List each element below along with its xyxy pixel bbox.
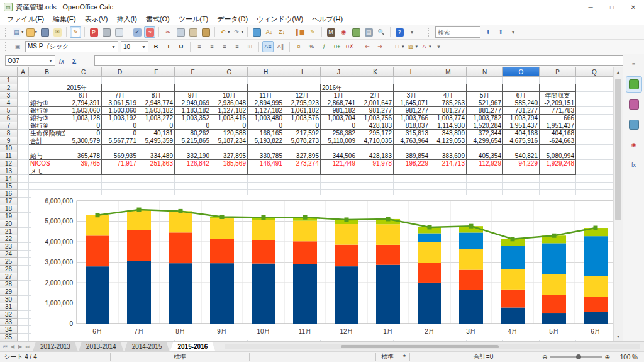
cell-J10[interactable] xyxy=(321,145,357,152)
bold-icon[interactable]: B xyxy=(150,41,162,52)
select-all-corner[interactable] xyxy=(0,67,18,77)
cell-C6[interactable]: 1,003,128 xyxy=(65,115,102,122)
cell-A24[interactable] xyxy=(18,251,29,258)
cell-N15[interactable] xyxy=(467,183,503,190)
cell-O2[interactable] xyxy=(503,84,540,92)
cell-L5[interactable]: 981,277 xyxy=(394,107,430,115)
row-header-1[interactable]: 1 xyxy=(0,77,18,84)
cell-O3[interactable]: 6月 xyxy=(503,92,540,99)
undo-icon[interactable]: ↶▾ xyxy=(218,26,231,38)
export-pdf-icon[interactable]: P xyxy=(88,26,99,38)
cell-B5[interactable]: 銀行② xyxy=(29,107,65,115)
cell-K14[interactable] xyxy=(357,175,394,183)
cell-P6[interactable]: 666 xyxy=(540,115,576,122)
cell-A22[interactable] xyxy=(18,235,29,243)
row-header-23[interactable]: 23 xyxy=(0,243,18,251)
row-header-5[interactable]: 5 xyxy=(0,107,18,115)
menu-item-7[interactable]: ウィンドウ(W) xyxy=(252,14,308,25)
cell-K2[interactable] xyxy=(357,84,394,92)
menu-item-1[interactable]: 編集(E) xyxy=(48,14,80,25)
functions-icon[interactable]: fx xyxy=(626,157,642,173)
cell-N12[interactable]: -112,929 xyxy=(467,160,503,167)
row-header-33[interactable]: 33 xyxy=(0,319,18,326)
zoom-slider[interactable]: ⊖ ⊕ xyxy=(538,352,614,362)
toolbar-options-icon[interactable]: ▾ xyxy=(406,26,418,38)
cell-D2[interactable] xyxy=(102,84,138,92)
cell-P14[interactable] xyxy=(540,175,576,183)
cell-J11[interactable]: 344,506 xyxy=(321,152,357,160)
gallery-icon[interactable] xyxy=(626,116,642,133)
cell-N5[interactable]: 881,277 xyxy=(467,107,503,115)
row-header-10[interactable]: 10 xyxy=(0,145,18,152)
italic-icon[interactable]: I xyxy=(163,41,174,52)
cell-F10[interactable] xyxy=(175,145,211,152)
cell-J12[interactable]: -121,449 xyxy=(321,160,357,167)
cell-A14[interactable] xyxy=(18,175,29,183)
cell-I14[interactable] xyxy=(284,175,321,183)
previous-sheet-icon[interactable]: ◀ xyxy=(9,344,16,349)
cell-G10[interactable] xyxy=(211,145,248,152)
cell-F11[interactable]: 332,190 xyxy=(175,152,211,160)
cell-K12[interactable]: -91,978 xyxy=(357,160,394,167)
cell-Q8[interactable] xyxy=(576,130,613,137)
number-format-currency-icon[interactable]: ¤ xyxy=(293,41,304,52)
cell-B6[interactable]: 銀行③ xyxy=(29,115,65,122)
vertical-scrollbar-thumb[interactable] xyxy=(615,79,621,220)
redo-icon[interactable]: ↷▾ xyxy=(232,26,245,38)
navigator-icon[interactable]: ◉ xyxy=(338,26,349,38)
cell-Q11[interactable] xyxy=(576,152,613,160)
cell-F5[interactable]: 1,183,182 xyxy=(175,107,211,115)
cell-Q6[interactable] xyxy=(576,115,613,122)
gallery-icon[interactable] xyxy=(350,26,362,38)
cell-P10[interactable] xyxy=(540,145,576,152)
cell-D12[interactable]: -71,917 xyxy=(102,160,138,167)
row-header-20[interactable]: 20 xyxy=(0,220,18,228)
maximize-button[interactable]: □ xyxy=(601,0,623,14)
cell-I12[interactable]: -273,274 xyxy=(284,160,321,167)
email-icon[interactable]: ✉ xyxy=(52,26,63,38)
cell-K5[interactable]: 981,277 xyxy=(357,107,394,115)
save-icon[interactable] xyxy=(39,26,50,38)
row-header-22[interactable]: 22 xyxy=(0,235,18,243)
cell-N8[interactable]: 372,344 xyxy=(467,130,503,137)
row-header-3[interactable]: 3 xyxy=(0,92,18,99)
cell-Q3[interactable] xyxy=(576,92,613,99)
cell-O1[interactable] xyxy=(503,77,540,84)
cell-N14[interactable] xyxy=(467,175,503,183)
zoom-thumb[interactable] xyxy=(576,354,581,359)
help-icon[interactable]: ? xyxy=(394,26,405,38)
findbar-grip[interactable] xyxy=(428,28,431,37)
cell-A25[interactable] xyxy=(18,258,29,266)
cell-K7[interactable]: 428,183 xyxy=(357,122,394,130)
cell-D1[interactable] xyxy=(102,77,138,84)
cell-G11[interactable]: 327,895 xyxy=(211,152,248,160)
sort-ascending-icon[interactable]: A↓ xyxy=(264,26,275,38)
cell-B12[interactable]: NICOS xyxy=(29,160,65,167)
font-size-combo[interactable]: 10 ▼ xyxy=(121,41,148,52)
cell-I13[interactable] xyxy=(284,167,321,175)
close-button[interactable]: ✕ xyxy=(623,0,644,14)
row-header-29[interactable]: 29 xyxy=(0,288,18,296)
row-header-9[interactable]: 9 xyxy=(0,137,18,145)
cell-N3[interactable]: 5月 xyxy=(467,92,503,99)
cell-C2[interactable]: 2015年 xyxy=(65,84,102,92)
cell-Q2[interactable] xyxy=(576,84,613,92)
cell-F8[interactable]: 80,262 xyxy=(175,130,211,137)
cell-M15[interactable] xyxy=(430,183,467,190)
row-header-7[interactable]: 7 xyxy=(0,122,18,130)
cell-Q10[interactable] xyxy=(576,145,613,152)
cell-L4[interactable]: 1,645,071 xyxy=(394,99,430,107)
cell-B13[interactable]: メモ xyxy=(29,167,65,175)
cell-P5[interactable]: -771,783 xyxy=(540,107,576,115)
number-format-standard-icon[interactable]: ⁒ xyxy=(318,41,330,52)
cell-D11[interactable]: 569,935 xyxy=(102,152,138,160)
cell-G5[interactable]: 1,127,182 xyxy=(211,107,248,115)
number-format-percent-icon[interactable]: % xyxy=(306,41,317,52)
draw-functions-icon[interactable]: ✎ xyxy=(307,26,318,38)
zoom-track[interactable] xyxy=(550,356,602,358)
sheet-tab-2015-2016[interactable]: 2015-2016 xyxy=(170,342,215,351)
cell-C12[interactable]: -39,765 xyxy=(65,160,102,167)
row-header-30[interactable]: 30 xyxy=(0,296,18,303)
cell-F9[interactable]: 5,215,865 xyxy=(175,137,211,145)
cell-B1[interactable] xyxy=(29,77,65,84)
